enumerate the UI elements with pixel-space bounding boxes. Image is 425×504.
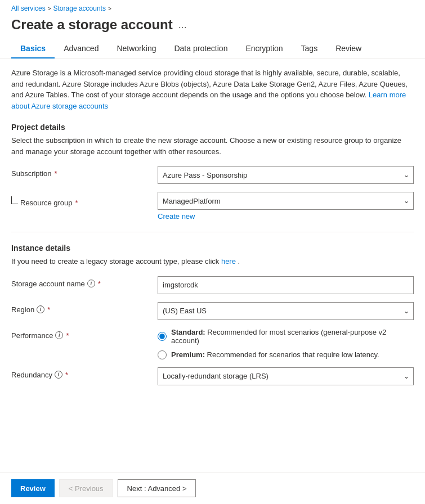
section-divider-1	[11, 232, 414, 232]
resource-group-required: *	[75, 199, 78, 207]
storage-name-required: *	[98, 280, 101, 288]
performance-info-icon[interactable]: i	[55, 331, 63, 339]
resource-group-row: Resource group * ManagedPlatform ⌄ Creat…	[11, 192, 414, 220]
create-new-link[interactable]: Create new	[158, 212, 195, 220]
redundancy-dropdown-wrap: Locally-redundant storage (LRS) ⌄	[158, 367, 414, 385]
performance-premium-label: Premium: Recommended for scenarios that …	[171, 350, 379, 359]
redundancy-label: Redundancy i *	[11, 367, 146, 379]
performance-label: Performance i *	[11, 328, 146, 340]
storage-account-name-control	[158, 276, 414, 294]
performance-required: *	[66, 331, 69, 340]
tab-tags[interactable]: Tags	[292, 39, 327, 58]
resource-group-indent-line	[11, 196, 18, 204]
tab-advanced[interactable]: Advanced	[55, 39, 108, 58]
intro-description: Azure Storage is a Microsoft-managed ser…	[11, 68, 414, 111]
breadcrumb-all-services[interactable]: All services	[11, 4, 46, 12]
content-area: Azure Storage is a Microsoft-managed ser…	[0, 58, 425, 402]
redundancy-control: Locally-redundant storage (LRS) ⌄	[158, 367, 414, 385]
breadcrumb-storage-accounts[interactable]: Storage accounts	[53, 4, 106, 12]
region-control: (US) East US ⌄	[158, 302, 414, 320]
tab-encryption[interactable]: Encryption	[236, 39, 292, 58]
tab-basics[interactable]: Basics	[11, 39, 55, 58]
resource-group-control: ManagedPlatform ⌄ Create new	[158, 192, 414, 220]
project-details-title: Project details	[11, 123, 414, 132]
performance-premium-option[interactable]: Premium: Recommended for scenarios that …	[158, 350, 414, 359]
storage-account-name-row: Storage account name i *	[11, 276, 414, 294]
tab-bar: Basics Advanced Networking Data protecti…	[0, 39, 425, 58]
project-details-section: Project details Select the subscription …	[11, 123, 414, 220]
ellipsis-icon[interactable]: ...	[178, 19, 187, 31]
review-button[interactable]: Review	[11, 479, 55, 497]
performance-standard-option[interactable]: Standard: Recommended for most scenarios…	[158, 328, 414, 345]
redundancy-info-icon[interactable]: i	[55, 371, 62, 379]
subscription-row: Subscription * Azure Pass - Sponsorship …	[11, 166, 414, 184]
resource-group-label: Resource group *	[20, 195, 78, 207]
performance-radio-group: Standard: Recommended for most scenarios…	[158, 328, 414, 359]
project-details-desc: Select the subscription in which to crea…	[11, 135, 414, 157]
subscription-dropdown[interactable]: Azure Pass - Sponsorship	[158, 166, 414, 184]
performance-standard-radio[interactable]	[158, 332, 167, 341]
instance-details-desc: If you need to create a legacy storage a…	[11, 256, 414, 267]
instance-details-section: Instance details If you need to create a…	[11, 244, 414, 385]
resource-group-label-wrap: Resource group *	[11, 192, 146, 207]
performance-control: Standard: Recommended for most scenarios…	[158, 328, 414, 359]
subscription-control: Azure Pass - Sponsorship ⌄	[158, 166, 414, 184]
tab-networking[interactable]: Networking	[108, 39, 165, 58]
redundancy-dropdown[interactable]: Locally-redundant storage (LRS)	[158, 367, 414, 385]
region-info-icon[interactable]: i	[37, 305, 44, 313]
region-label: Region i *	[11, 302, 146, 314]
performance-premium-radio[interactable]	[158, 350, 167, 359]
resource-group-dropdown[interactable]: ManagedPlatform	[158, 192, 414, 210]
redundancy-required: *	[65, 371, 68, 379]
subscription-label: Subscription *	[11, 166, 146, 178]
performance-row: Performance i * Standard: Recommended fo…	[11, 328, 414, 359]
performance-standard-label: Standard: Recommended for most scenarios…	[171, 328, 414, 345]
resource-group-dropdown-wrap: ManagedPlatform ⌄	[158, 192, 414, 210]
legacy-here-link[interactable]: here	[221, 257, 236, 266]
redundancy-row: Redundancy i * Locally-redundant storage…	[11, 367, 414, 385]
subscription-required: *	[55, 169, 57, 178]
breadcrumb-sep-1: >	[48, 6, 51, 12]
breadcrumb-sep-2: >	[108, 6, 111, 12]
region-dropdown[interactable]: (US) East US	[158, 302, 414, 320]
tab-review[interactable]: Review	[326, 39, 370, 58]
footer: Review < Previous Next : Advanced >	[0, 472, 425, 504]
previous-button[interactable]: < Previous	[59, 479, 113, 497]
breadcrumb: All services > Storage accounts >	[0, 0, 425, 15]
region-row: Region i * (US) East US ⌄	[11, 302, 414, 320]
page-title: Create a storage account	[11, 17, 173, 33]
next-button[interactable]: Next : Advanced >	[118, 479, 196, 497]
tab-data-protection[interactable]: Data protection	[165, 39, 236, 58]
region-required: *	[47, 305, 50, 314]
instance-details-title: Instance details	[11, 244, 414, 253]
page-header: Create a storage account ...	[0, 15, 425, 39]
region-dropdown-wrap: (US) East US ⌄	[158, 302, 414, 320]
storage-name-info-icon[interactable]: i	[87, 280, 95, 287]
subscription-dropdown-wrap: Azure Pass - Sponsorship ⌄	[158, 166, 414, 184]
storage-account-name-label: Storage account name i *	[11, 276, 146, 288]
storage-account-name-input[interactable]	[158, 276, 414, 294]
